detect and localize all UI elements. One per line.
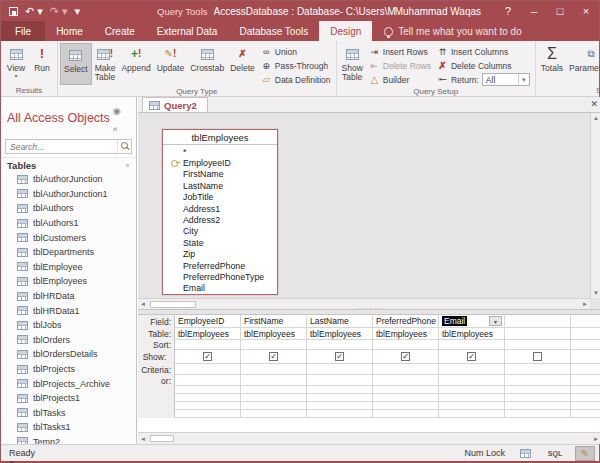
grid-cell-empty[interactable] [571,410,600,418]
grid-cell-empty[interactable] [373,410,439,418]
insert-columns-button[interactable]: ⇈ Insert Columns [434,45,533,58]
view-button[interactable]: View▾ [3,43,29,85]
sidebar-item-tblAuthorJunction1[interactable]: tblAuthorJunction1 [1,187,136,202]
nav-pane-shutter-icon[interactable]: « [113,124,118,134]
sidebar-item-tblHRData[interactable]: tblHRData [1,289,136,304]
grid-cell-criteria-2[interactable] [241,364,307,375]
grid-cell-table-7[interactable] [571,328,600,340]
grid-cell-criteria-6[interactable] [505,364,571,375]
sidebar-item-tblCustomers[interactable]: tblCustomers [1,230,136,245]
sidebar-item-tblAuthors[interactable]: tblAuthors [1,201,136,216]
field-list-item-Zip[interactable]: Zip [163,249,277,260]
make-table-button[interactable]: ! Make Table [92,43,119,85]
sidebar-item-tblProjects1[interactable]: tblProjects1 [1,391,136,406]
grid-cell-empty[interactable] [373,386,439,394]
grid-cell-table-1[interactable]: tblEmployees [175,328,241,340]
grid-cell-or-1[interactable] [175,375,241,386]
grid-cell-show-2[interactable]: ✓ [241,350,307,364]
customize-qat-icon[interactable]: ▾ [75,6,81,17]
grid-cell-empty[interactable] [307,410,373,418]
close-document-icon[interactable]: ✕ [590,99,598,109]
tab-file[interactable]: File [1,21,45,41]
grid-cell-sort-2[interactable] [241,340,307,350]
totals-button[interactable]: Σ Totals [538,43,566,85]
sidebar-item-tblProjects[interactable]: tblProjects [1,362,136,377]
grid-cell-table-5[interactable]: tblEmployees [439,328,505,340]
canvas-vertical-scrollbar[interactable]: ▲ ▼ [590,113,600,298]
grid-cell-field-7[interactable] [571,315,600,328]
field-list-item-Email[interactable]: Email [163,283,277,294]
grid-cell-criteria-5[interactable] [439,364,505,375]
search-input[interactable] [6,142,117,152]
field-list-item-PreferredPhone[interactable]: PreferredPhone [163,260,277,271]
grid-cell-empty[interactable] [373,394,439,402]
grid-cell-empty[interactable] [241,410,307,418]
grid-cell-empty[interactable] [505,386,571,394]
grid-cell-empty[interactable] [505,410,571,418]
run-button[interactable]: ! Run [29,43,55,85]
grid-cell-sort-7[interactable] [571,340,600,350]
show-checkbox-checked[interactable]: ✓ [467,352,476,361]
user-account[interactable]: Muhammad Waqas [395,6,481,17]
collapse-section-icon[interactable]: » [125,164,132,168]
grid-cell-empty[interactable] [439,410,505,418]
sidebar-item-tblDepartments[interactable]: tblDepartments [1,245,136,260]
grid-cell-empty[interactable] [307,402,373,410]
grid-cell-criteria-7[interactable] [571,364,600,375]
sidebar-item-tblOrders[interactable]: tblOrders [1,333,136,348]
save-icon[interactable] [9,7,18,16]
grid-cell-field-2[interactable]: FirstName [241,315,307,328]
field-list-item-FirstName[interactable]: FirstName [163,169,277,180]
grid-cell-empty[interactable] [241,402,307,410]
grid-horizontal-scrollbar[interactable]: ◄ ► [138,432,600,444]
field-list-item-JobTitle[interactable]: JobTitle [163,192,277,203]
field-list-item-City[interactable]: City [163,226,277,237]
minimize-button[interactable]: – [521,1,547,21]
sidebar-item-tblEmployees[interactable]: tblEmployees [1,274,136,289]
grid-cell-empty[interactable] [175,394,241,402]
tab-home[interactable]: Home [45,21,94,41]
maximize-button[interactable]: □ [547,1,573,21]
help-button[interactable]: ? [495,1,521,21]
grid-cell-or-6[interactable] [505,375,571,386]
insert-rows-button[interactable]: ⇥ Insert Rows [366,45,434,58]
union-button[interactable]: ∞ Union [258,45,334,58]
grid-cell-table-6[interactable] [505,328,571,340]
show-checkbox-unchecked[interactable] [533,352,542,361]
grid-cell-or-2[interactable] [241,375,307,386]
sidebar-item-tblAuthorJunction[interactable]: tblAuthorJunction [1,172,136,187]
grid-cell-table-4[interactable]: tblEmployees [373,328,439,340]
scroll-left-icon[interactable]: ◄ [138,299,148,309]
grid-cell-criteria-4[interactable] [373,364,439,375]
query-tab[interactable]: Query2 [142,97,208,112]
field-list-item-Address2[interactable]: Address2 [163,214,277,225]
data-definition-button[interactable]: ▱ Data Definition [258,73,334,86]
sidebar-item-tblHRData1[interactable]: tblHRData1 [1,303,136,318]
field-list-item-star[interactable]: * [163,146,277,157]
grid-cell-empty[interactable] [241,394,307,402]
grid-cell-sort-4[interactable] [373,340,439,350]
grid-cell-empty[interactable] [571,394,600,402]
show-checkbox-checked[interactable]: ✓ [203,352,212,361]
grid-cell-field-6[interactable] [505,315,571,328]
grid-cell-show-3[interactable]: ✓ [307,350,373,364]
grid-cell-field-5[interactable]: Email▾ [439,315,505,328]
grid-cell-table-3[interactable]: tblEmployees [307,328,373,340]
field-list-item-LastName[interactable]: LastName [163,180,277,191]
scroll-up-icon[interactable]: ▲ [591,113,600,123]
sidebar-item-tblJobs[interactable]: tblJobs [1,318,136,333]
show-checkbox-checked[interactable]: ✓ [269,352,278,361]
grid-cell-empty[interactable] [175,386,241,394]
tab-design[interactable]: Design [319,21,372,41]
search-icon[interactable] [117,140,131,153]
grid-cell-empty[interactable] [307,394,373,402]
sidebar-item-tblTasks[interactable]: tblTasks [1,406,136,421]
grid-cell-show-1[interactable]: ✓ [175,350,241,364]
grid-cell-criteria-1[interactable] [175,364,241,375]
append-button[interactable]: +! Append [118,43,153,85]
grid-cell-empty[interactable] [571,402,600,410]
show-checkbox-checked[interactable]: ✓ [335,352,344,361]
grid-cell-sort-6[interactable] [505,340,571,350]
grid-cell-empty[interactable] [373,402,439,410]
grid-cell-show-4[interactable]: ✓ [373,350,439,364]
